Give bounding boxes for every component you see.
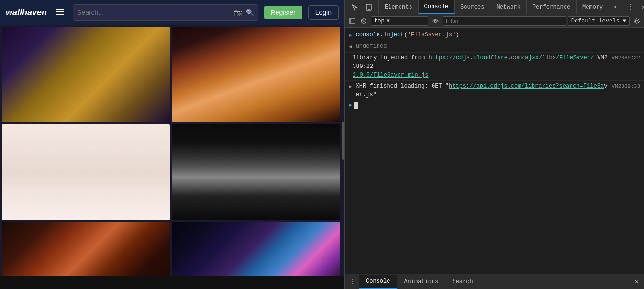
- devtools-bottombar: ⋮ Console Animations Search ✕: [345, 274, 644, 289]
- line-content: undefined: [356, 42, 640, 51]
- input-cursor: [354, 102, 358, 109]
- eye-icon[interactable]: [430, 16, 441, 26]
- search-icon[interactable]: 🔍: [246, 9, 254, 16]
- svg-line-8: [362, 20, 365, 22]
- tab-performance[interactable]: Performance: [527, 0, 577, 14]
- wallhaven-panel: wallhaven 📷 🔍 Register Login: [0, 0, 344, 289]
- more-options-icon[interactable]: ⋮: [623, 0, 637, 14]
- svg-rect-5: [349, 19, 355, 23]
- chevron-down-icon: ▼: [387, 18, 390, 24]
- more-tabs-button[interactable]: »: [609, 4, 620, 11]
- devtools-tabs: Elements Console Sources Network Perform…: [379, 0, 621, 14]
- svg-rect-1: [56, 11, 64, 12]
- tab-sources[interactable]: Sources: [455, 0, 490, 14]
- tab-console[interactable]: Console: [419, 0, 455, 14]
- sidebar-toggle-icon[interactable]: [347, 16, 357, 26]
- line-source: VM2389:33: [612, 82, 640, 90]
- console-input-line[interactable]: ▶: [345, 100, 644, 110]
- line-content: library injected from https://cdjs.cloud…: [353, 54, 608, 79]
- bottom-tabs: Console Animations Search: [359, 275, 631, 289]
- line-content: XHR finished loading: GET "https://api.c…: [356, 82, 608, 99]
- settings-icon[interactable]: [632, 16, 642, 26]
- console-line: ◀ undefined: [345, 41, 644, 53]
- tab-elements[interactable]: Elements: [379, 0, 419, 14]
- devtools-panel: Elements Console Sources Network Perform…: [344, 0, 644, 289]
- gallery: [0, 25, 342, 276]
- svg-point-9: [434, 20, 436, 22]
- devtools-tabbar: Elements Console Sources Network Perform…: [345, 0, 644, 14]
- wallhaven-header: wallhaven 📷 🔍 Register Login: [0, 0, 344, 25]
- menu-button[interactable]: [53, 6, 67, 20]
- svg-rect-0: [56, 9, 64, 10]
- scrollbar-thumb[interactable]: [342, 122, 344, 160]
- devtools-panel-icons: [345, 0, 379, 14]
- line-marker: ◀: [349, 42, 352, 51]
- close-devtools-button[interactable]: ✕: [639, 2, 644, 12]
- line-content: console.inject('FileSaver.js'): [356, 31, 640, 39]
- gallery-item[interactable]: [2, 222, 170, 276]
- wallhaven-bottom-bar: [0, 276, 344, 289]
- toolbar-icons: [347, 16, 369, 26]
- line-marker: ▶: [349, 31, 352, 40]
- gallery-item[interactable]: [172, 124, 340, 220]
- console-line: ▶ console.inject('FileSaver.js'): [345, 30, 644, 41]
- gallery-item[interactable]: [172, 27, 340, 122]
- gallery-item[interactable]: [172, 222, 340, 276]
- devtools-topbar-actions: ⋮ ✕: [621, 0, 644, 14]
- console-line: library injected from https://cdjs.cloud…: [345, 53, 644, 81]
- clear-console-icon[interactable]: [358, 16, 369, 26]
- console-line: ▶ XHR finished loading: GET "https://api…: [345, 81, 644, 100]
- close-bottom-panel-button[interactable]: ✕: [632, 277, 642, 287]
- input-prompt: ▶: [349, 101, 352, 109]
- expand-arrow[interactable]: ▶: [349, 82, 352, 91]
- camera-icon[interactable]: 📷: [234, 9, 242, 16]
- svg-point-10: [636, 20, 638, 22]
- line-source: VM2389:22: [612, 54, 640, 62]
- bottom-menu-icon[interactable]: ⋮: [347, 276, 358, 288]
- gallery-grid: [0, 25, 342, 276]
- tab-network[interactable]: Network: [490, 0, 526, 14]
- bottom-tab-search[interactable]: Search: [445, 275, 480, 289]
- wallhaven-logo: wallhaven: [6, 8, 47, 18]
- levels-selector[interactable]: Default levels ▼: [568, 16, 630, 26]
- search-bar[interactable]: 📷 🔍: [73, 4, 258, 21]
- register-button[interactable]: Register: [264, 6, 302, 19]
- search-input[interactable]: [77, 9, 230, 16]
- inspect-icon[interactable]: [348, 0, 361, 14]
- bottom-tab-animations[interactable]: Animations: [397, 275, 445, 289]
- context-selector[interactable]: top ▼: [371, 16, 428, 26]
- bottom-tab-console[interactable]: Console: [359, 275, 397, 289]
- search-icons: 📷 🔍: [234, 9, 254, 16]
- svg-rect-2: [56, 14, 64, 15]
- gallery-item[interactable]: [2, 124, 170, 220]
- gallery-item[interactable]: [2, 27, 170, 122]
- device-icon[interactable]: [362, 0, 376, 14]
- tab-memory[interactable]: Memory: [577, 0, 609, 14]
- devtools-toolbar: top ▼ Default levels ▼: [345, 14, 644, 28]
- console-output: ▶ console.inject('FileSaver.js') ◀ undef…: [345, 28, 644, 274]
- filter-input[interactable]: [443, 16, 566, 26]
- login-button[interactable]: Login: [308, 5, 339, 20]
